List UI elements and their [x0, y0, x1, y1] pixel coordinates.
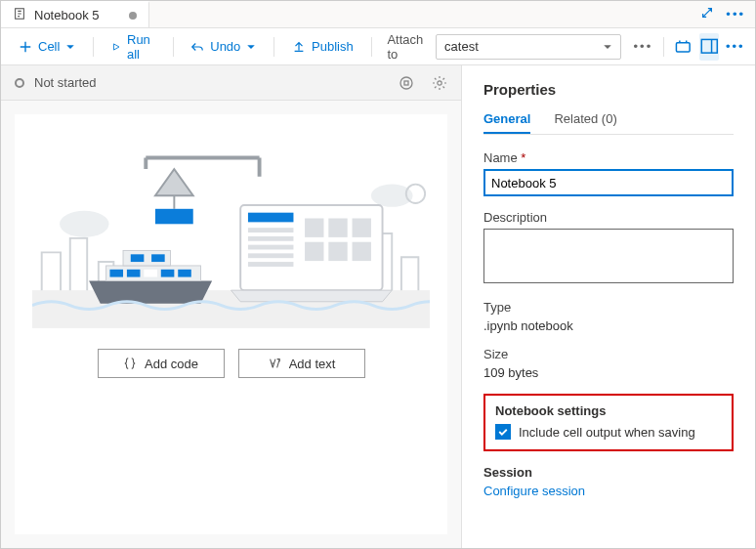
- svg-point-7: [60, 211, 108, 237]
- notebook-empty-canvas: Add code Add text: [15, 114, 447, 534]
- svg-rect-16: [248, 262, 294, 267]
- svg-rect-22: [353, 242, 371, 261]
- chevron-down-icon: [246, 42, 256, 52]
- name-label: Name *: [483, 150, 734, 165]
- more-icon[interactable]: •••: [725, 33, 745, 61]
- add-cell-button[interactable]: Cell: [11, 35, 83, 58]
- attach-to-label: Attach to: [387, 32, 424, 62]
- undo-button[interactable]: Undo: [183, 35, 264, 58]
- tab-related[interactable]: Related (0): [554, 111, 616, 134]
- name-input[interactable]: [483, 169, 734, 196]
- publish-label: Publish: [312, 39, 354, 54]
- svg-rect-19: [353, 218, 371, 236]
- session-header: Session: [483, 465, 734, 480]
- svg-rect-18: [328, 218, 347, 236]
- svg-rect-2: [701, 40, 717, 54]
- svg-rect-23: [155, 209, 193, 225]
- unsaved-indicator-icon: [129, 12, 137, 20]
- runall-label: Run all: [127, 32, 155, 62]
- description-label: Description: [483, 210, 734, 225]
- svg-rect-12: [248, 228, 294, 232]
- tab-title: Notebook 5: [34, 8, 100, 22]
- size-label: Size: [483, 347, 734, 361]
- attach-to-select[interactable]: catest: [436, 34, 621, 60]
- more-icon[interactable]: •••: [726, 7, 745, 21]
- properties-title: Properties: [483, 81, 734, 98]
- properties-panel-icon[interactable]: [699, 33, 720, 61]
- svg-rect-15: [248, 253, 294, 258]
- svg-rect-29: [178, 270, 191, 277]
- chevron-down-icon: [603, 42, 612, 52]
- undo-label: Undo: [210, 39, 240, 54]
- check-icon: [497, 426, 509, 438]
- svg-rect-21: [328, 242, 347, 261]
- svg-rect-14: [248, 245, 294, 250]
- stop-icon[interactable]: [399, 75, 414, 91]
- attach-to-value: catest: [444, 39, 479, 54]
- add-text-label: Add text: [289, 357, 336, 371]
- tab-general[interactable]: General: [483, 111, 530, 134]
- run-all-button[interactable]: Run all: [104, 28, 162, 65]
- include-output-checkbox[interactable]: [495, 424, 511, 440]
- svg-rect-30: [131, 254, 145, 262]
- svg-rect-17: [305, 218, 323, 236]
- configure-session-link[interactable]: Configure session: [483, 484, 734, 498]
- chevron-down-icon: [65, 42, 75, 52]
- svg-point-5: [438, 80, 441, 84]
- svg-rect-20: [305, 242, 323, 261]
- svg-rect-31: [151, 254, 165, 262]
- svg-rect-13: [248, 236, 294, 241]
- include-output-label: Include cell output when saving: [519, 425, 695, 440]
- svg-rect-32: [144, 270, 157, 277]
- svg-rect-28: [161, 270, 175, 277]
- svg-rect-27: [127, 270, 141, 277]
- overflow-icon[interactable]: •••: [633, 33, 653, 61]
- svg-rect-4: [404, 81, 408, 85]
- braces-icon: [123, 357, 137, 370]
- type-value: .ipynb notebook: [483, 318, 734, 333]
- publish-button[interactable]: Publish: [284, 35, 361, 58]
- cell-label: Cell: [38, 39, 60, 54]
- svg-rect-1: [677, 43, 691, 52]
- expand-icon[interactable]: [700, 6, 714, 22]
- gear-icon[interactable]: [432, 75, 447, 91]
- add-code-label: Add code: [145, 357, 198, 371]
- description-input[interactable]: [483, 229, 734, 283]
- add-text-button[interactable]: Add text: [238, 349, 365, 378]
- kernel-status-text: Not started: [34, 75, 97, 90]
- size-value: 109 bytes: [483, 365, 734, 380]
- kernel-status-icon: [15, 78, 24, 88]
- add-code-button[interactable]: Add code: [98, 349, 225, 378]
- svg-point-3: [400, 77, 412, 89]
- notebook-settings-highlight: Notebook settings Include cell output wh…: [483, 394, 734, 451]
- notebook-file-icon: [13, 7, 26, 23]
- notebook-tab[interactable]: Notebook 5: [1, 1, 149, 27]
- svg-rect-26: [109, 270, 123, 277]
- svg-rect-11: [248, 213, 294, 223]
- param-icon[interactable]: [673, 33, 693, 61]
- notebook-settings-header: Notebook settings: [495, 403, 722, 418]
- empty-notebook-illustration: [32, 136, 430, 331]
- type-label: Type: [483, 300, 734, 315]
- text-icon: [268, 357, 281, 370]
